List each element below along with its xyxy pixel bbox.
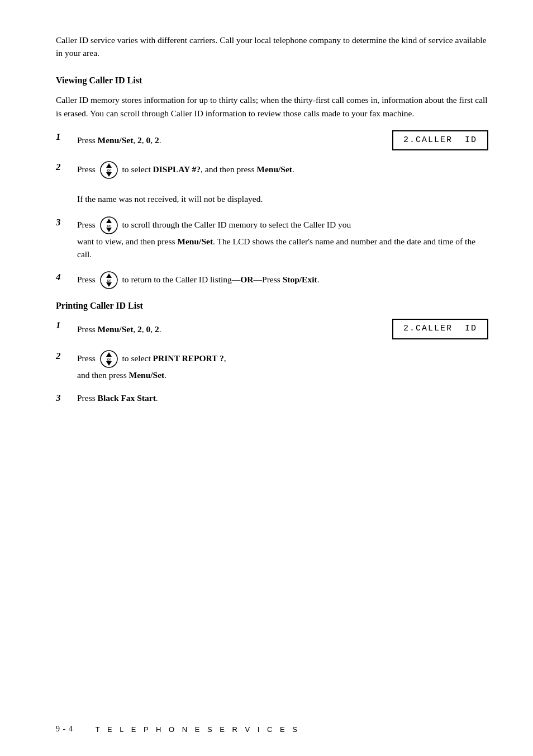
step-2: 2 Press or to select DISPLAY #?, and the… xyxy=(56,160,488,206)
print-step-1-text: Press Menu/Set, 2, 0, 2. xyxy=(77,323,364,336)
step-2-key2: Menu/Set xyxy=(256,164,292,174)
step-2-continuation: If the name was not received, it will no… xyxy=(77,194,263,204)
print-step-3-key1: Black Fax Start xyxy=(98,393,156,403)
footer: 9 - 4 T E L E P H O N E S E R V I C E S xyxy=(56,725,488,734)
print-step-1-key2: 2 xyxy=(137,324,142,334)
svg-text:or: or xyxy=(107,356,111,361)
print-step-1: 1 Press Menu/Set, 2, 0, 2. 2.CALLER ID xyxy=(56,319,488,339)
step-3-content: Press or to scroll through the Caller ID… xyxy=(77,216,488,261)
print-step-3-content: Press Black Fax Start. xyxy=(77,391,488,404)
print-step-1-lcd: 2.CALLER ID xyxy=(375,319,488,339)
step-1-number: 1 xyxy=(56,130,73,144)
print-step-1-number: 1 xyxy=(56,319,73,332)
svg-marker-14 xyxy=(106,361,112,366)
print-step-1-key1: Menu/Set xyxy=(98,324,134,334)
print-step-3-number: 3 xyxy=(56,391,73,405)
page: Caller ID service varies with different … xyxy=(0,0,533,756)
print-step-2: 2 Press or to select PRINT REPORT ?, and… xyxy=(56,349,488,381)
section-printing: Printing Caller ID List 1 Press Menu/Set… xyxy=(56,301,488,405)
step-3: 3 Press or to scroll through the Caller … xyxy=(56,216,488,261)
step-2-key1: DISPLAY #? xyxy=(153,164,201,174)
step-3-continuation: want to view, and then press Menu/Set. T… xyxy=(77,237,475,259)
footer-page-number: 9 - 4 xyxy=(56,725,73,734)
step-2-number: 2 xyxy=(56,160,73,174)
step-4-key2: Stop/Exit xyxy=(283,275,317,284)
step-1-key4: 2 xyxy=(155,135,159,145)
step-1-lcd: 2.CALLER ID xyxy=(375,130,488,151)
step-1: 1 Press Menu/Set, 2, 0, 2. 2.CALLER ID xyxy=(56,130,488,151)
step-4-content: Press or to return to the Caller ID list… xyxy=(77,271,488,290)
step-1-text: Press Menu/Set, 2, 0, 2. xyxy=(77,134,364,147)
footer-title: T E L E P H O N E S E R V I C E S xyxy=(96,725,300,734)
scroll-icon-p2: or xyxy=(99,349,118,368)
step-2-content: Press or to select DISPLAY #?, and then … xyxy=(77,160,488,206)
print-step-2-continuation: and then press Menu/Set. xyxy=(77,370,166,380)
svg-marker-10 xyxy=(106,282,112,287)
svg-marker-6 xyxy=(106,228,112,232)
scroll-icon-4: or xyxy=(99,271,118,290)
step-1-content: Press Menu/Set, 2, 0, 2. 2.CALLER ID xyxy=(77,130,488,151)
step-1-key2: 2 xyxy=(137,135,142,145)
lcd-display-1: 2.CALLER ID xyxy=(392,130,488,151)
step-3-number: 3 xyxy=(56,216,73,229)
section1-body: Caller ID memory stores information for … xyxy=(56,93,488,120)
lcd-display-2: 2.CALLER ID xyxy=(392,319,488,339)
print-step-1-content: Press Menu/Set, 2, 0, 2. 2.CALLER ID xyxy=(77,319,488,339)
step-1-key3: 0 xyxy=(146,135,151,145)
step-4-or: OR xyxy=(240,275,253,284)
intro-paragraph: Caller ID service varies with different … xyxy=(56,34,488,60)
print-step-1-key3: 0 xyxy=(146,324,151,334)
print-step-2-key1: PRINT REPORT ? xyxy=(153,353,224,362)
section-viewing: Viewing Caller ID List Caller ID memory … xyxy=(56,75,488,290)
scroll-icon-2: or xyxy=(99,160,118,179)
print-step-1-key4: 2 xyxy=(155,324,159,334)
scroll-icon-3: or xyxy=(99,216,118,235)
step-4-number: 4 xyxy=(56,271,73,284)
svg-text:or: or xyxy=(107,278,111,283)
svg-text:or: or xyxy=(107,168,111,173)
print-step-3: 3 Press Black Fax Start. xyxy=(56,391,488,405)
section2-heading: Printing Caller ID List xyxy=(56,301,488,311)
step-1-key1: Menu/Set xyxy=(98,135,134,145)
print-step-2-content: Press or to select PRINT REPORT ?, and t… xyxy=(77,349,488,381)
svg-text:or: or xyxy=(107,223,111,228)
svg-marker-2 xyxy=(106,172,112,177)
section1-heading: Viewing Caller ID List xyxy=(56,75,488,86)
print-step-2-number: 2 xyxy=(56,349,73,363)
step-4: 4 Press or to return to the Caller ID li… xyxy=(56,271,488,290)
